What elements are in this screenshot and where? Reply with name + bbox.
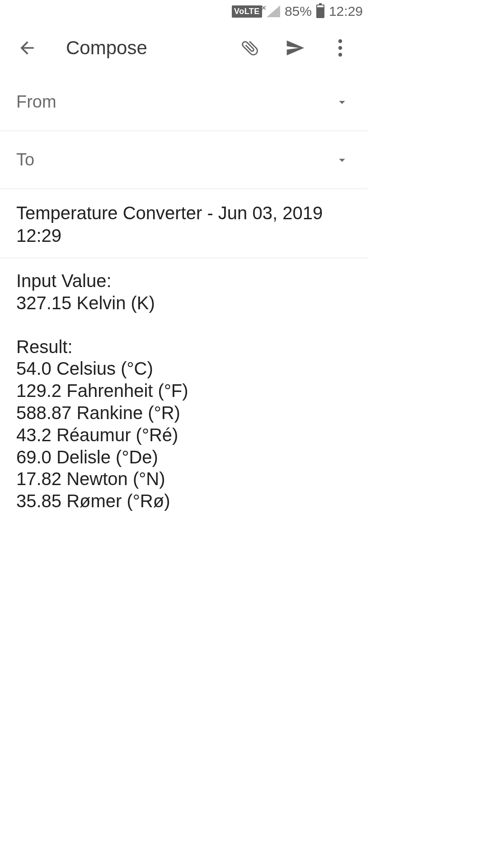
battery-icon <box>316 5 324 18</box>
attach-button[interactable] <box>239 37 261 59</box>
send-button[interactable] <box>284 37 306 59</box>
subject-field[interactable]: Temperature Converter - Jun 03, 2019 12:… <box>0 189 367 258</box>
from-label: From <box>16 92 333 112</box>
body-result-line: 54.0 Celsius (°C) <box>16 358 351 380</box>
to-expand[interactable] <box>333 151 351 169</box>
chevron-down-icon <box>335 153 349 167</box>
back-button[interactable] <box>16 37 38 59</box>
app-bar: Compose <box>0 23 367 73</box>
status-time: 12:29 <box>329 4 363 19</box>
to-label: To <box>16 150 333 170</box>
body-spacer <box>16 314 351 336</box>
battery-percent: 85% <box>285 4 312 19</box>
from-field[interactable]: From <box>0 73 367 131</box>
page-title: Compose <box>66 37 230 59</box>
to-field[interactable]: To <box>0 131 367 189</box>
from-expand[interactable] <box>333 93 351 111</box>
svg-point-2 <box>338 53 342 57</box>
body-input-label: Input Value: <box>16 270 351 292</box>
svg-point-0 <box>338 39 342 43</box>
status-bar: VoLTE × 85% 12:29 <box>0 0 367 23</box>
send-icon <box>285 38 305 58</box>
subject-text: Temperature Converter - Jun 03, 2019 12:… <box>16 202 351 247</box>
signal-icon: × <box>267 5 280 17</box>
more-vert-icon <box>338 39 343 57</box>
paperclip-icon <box>240 38 260 58</box>
svg-point-1 <box>338 46 342 50</box>
body-input-value: 327.15 Kelvin (K) <box>16 292 351 314</box>
body-result-line: 17.82 Newton (°N) <box>16 468 351 490</box>
volte-badge: VoLTE <box>232 5 262 18</box>
body-result-line: 35.85 Rømer (°Rø) <box>16 490 351 512</box>
body-result-line: 588.87 Rankine (°R) <box>16 402 351 424</box>
arrow-left-icon <box>17 38 37 58</box>
email-body[interactable]: Input Value: 327.15 Kelvin (K) Result: 5… <box>0 258 367 524</box>
body-result-line: 129.2 Fahrenheit (°F) <box>16 380 351 402</box>
toolbar-actions <box>239 37 351 59</box>
body-result-label: Result: <box>16 336 351 358</box>
body-result-line: 69.0 Delisle (°De) <box>16 446 351 468</box>
more-button[interactable] <box>329 37 351 59</box>
chevron-down-icon <box>335 95 349 109</box>
body-result-line: 43.2 Réaumur (°Ré) <box>16 424 351 446</box>
